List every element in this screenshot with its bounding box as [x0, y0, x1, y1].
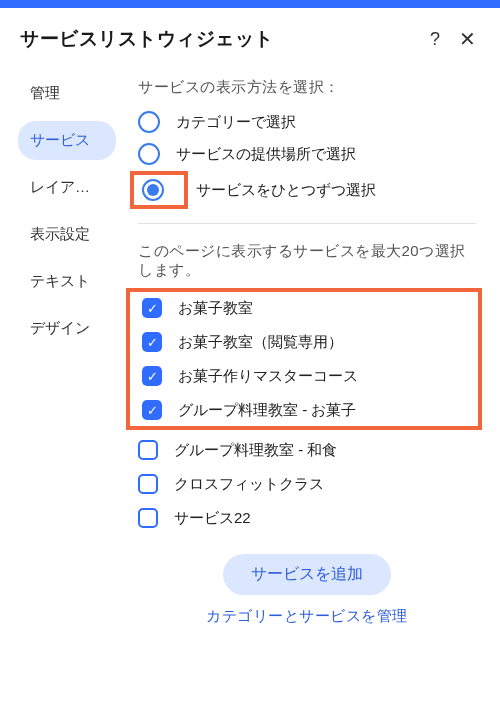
close-button[interactable]: ✕	[454, 26, 480, 52]
checkbox-label: お菓子教室（閲覧専用）	[178, 333, 343, 352]
sidebar-item-4[interactable]: テキスト	[18, 262, 116, 301]
checkbox-icon	[138, 474, 158, 494]
service-checkbox-hl-2[interactable]: ✓お菓子作りマスターコース	[142, 366, 472, 386]
radio-label: サービスをひとつずつ選択	[196, 181, 376, 200]
help-button[interactable]: ?	[422, 26, 448, 52]
sidebar-item-3[interactable]: 表示設定	[18, 215, 116, 254]
checkbox-icon: ✓	[142, 298, 162, 318]
manage-categories-link[interactable]: カテゴリーとサービスを管理	[138, 607, 476, 626]
radio-icon	[138, 111, 160, 133]
display-method-radio-group: カテゴリーで選択サービスの提供場所で選択サービスをひとつずつ選択	[138, 111, 476, 205]
service-selection-label: このページに表示するサービスを最大20つ選択します。	[138, 242, 476, 280]
sidebar-item-1[interactable]: サービス	[18, 121, 116, 160]
checkbox-label: グループ料理教室 - 和食	[174, 441, 337, 460]
service-checkbox-0[interactable]: グループ料理教室 - 和食	[138, 440, 476, 460]
radio-icon	[142, 179, 164, 201]
checkbox-label: クロスフィットクラス	[174, 475, 324, 494]
sidebar-item-2[interactable]: レイア…	[18, 168, 116, 207]
main-content: サービスの表示方法を選択： カテゴリーで選択サービスの提供場所で選択サービスをひ…	[126, 74, 500, 626]
service-checkbox-hl-0[interactable]: ✓お菓子教室	[142, 298, 472, 318]
checkbox-icon	[138, 508, 158, 528]
checkbox-icon: ✓	[142, 366, 162, 386]
radio-label: カテゴリーで選択	[176, 113, 296, 132]
panel-body: 管理サービスレイア…表示設定テキストデザイン サービスの表示方法を選択： カテゴ…	[0, 68, 500, 626]
service-checkbox-group: ✓お菓子教室✓お菓子教室（閲覧専用）✓お菓子作りマスターコース✓グループ料理教室…	[138, 288, 476, 528]
checkbox-label: グループ料理教室 - お菓子	[178, 401, 356, 420]
divider	[138, 223, 476, 224]
highlight-box-checks: ✓お菓子教室✓お菓子教室（閲覧専用）✓お菓子作りマスターコース✓グループ料理教室…	[126, 288, 482, 430]
service-checkbox-hl-1[interactable]: ✓お菓子教室（閲覧専用）	[142, 332, 472, 352]
sidebar-item-5[interactable]: デザイン	[18, 309, 116, 348]
panel-header: サービスリストウィジェット ? ✕	[0, 8, 500, 68]
service-checkbox-hl-3[interactable]: ✓グループ料理教室 - お菓子	[142, 400, 472, 420]
checkbox-icon: ✓	[142, 400, 162, 420]
radio-label: サービスの提供場所で選択	[176, 145, 356, 164]
checkmark-icon: ✓	[147, 336, 158, 349]
radio-option-2[interactable]: サービスをひとつずつ選択	[138, 175, 476, 205]
highlight-box	[130, 171, 188, 209]
checkbox-icon	[138, 440, 158, 460]
panel-title: サービスリストウィジェット	[20, 26, 422, 52]
footer-actions: サービスを追加 カテゴリーとサービスを管理	[138, 546, 476, 626]
radio-option-1[interactable]: サービスの提供場所で選択	[138, 143, 476, 165]
radio-option-0[interactable]: カテゴリーで選択	[138, 111, 476, 133]
sidebar-item-0[interactable]: 管理	[18, 74, 116, 113]
checkbox-label: サービス22	[174, 509, 251, 528]
service-checkbox-2[interactable]: サービス22	[138, 508, 476, 528]
checkmark-icon: ✓	[147, 370, 158, 383]
checkmark-icon: ✓	[147, 404, 158, 417]
radio-dot-icon	[147, 184, 159, 196]
top-accent-bar	[0, 0, 500, 8]
radio-icon	[138, 143, 160, 165]
add-service-button[interactable]: サービスを追加	[223, 554, 391, 595]
display-method-label: サービスの表示方法を選択：	[138, 78, 476, 97]
checkbox-label: お菓子作りマスターコース	[178, 367, 358, 386]
sidebar: 管理サービスレイア…表示設定テキストデザイン	[0, 74, 126, 626]
checkbox-label: お菓子教室	[178, 299, 253, 318]
service-checkbox-1[interactable]: クロスフィットクラス	[138, 474, 476, 494]
checkmark-icon: ✓	[147, 302, 158, 315]
checkbox-icon: ✓	[142, 332, 162, 352]
